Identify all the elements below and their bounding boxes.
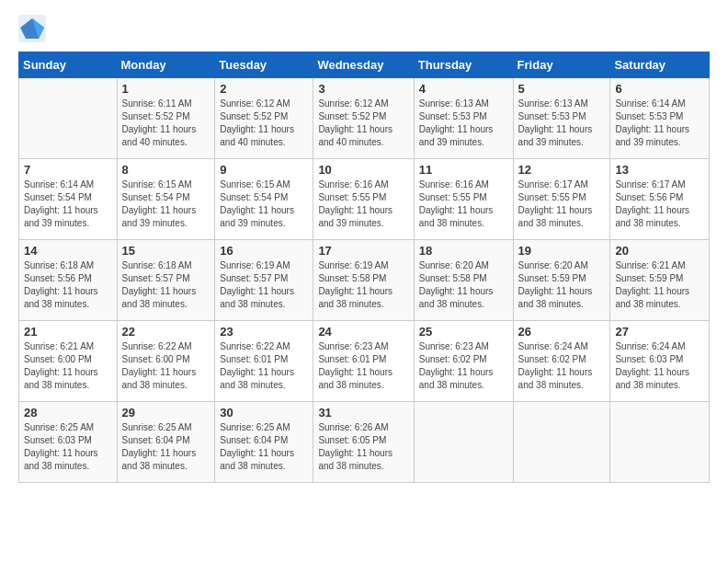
day-info: Sunrise: 6:22 AM Sunset: 6:01 PM Dayligh… (220, 340, 308, 392)
weekday-header-saturday: Saturday (610, 52, 710, 78)
day-number: 20 (615, 244, 704, 258)
day-cell: 16Sunrise: 6:19 AM Sunset: 5:57 PM Dayli… (215, 240, 313, 321)
weekday-header-thursday: Thursday (414, 52, 513, 78)
day-info: Sunrise: 6:24 AM Sunset: 6:03 PM Dayligh… (615, 340, 704, 392)
day-cell: 21Sunrise: 6:21 AM Sunset: 6:00 PM Dayli… (19, 321, 118, 402)
day-number: 10 (318, 163, 408, 177)
day-number: 7 (24, 163, 112, 177)
day-cell: 11Sunrise: 6:16 AM Sunset: 5:55 PM Dayli… (414, 159, 513, 240)
day-number: 15 (122, 244, 210, 258)
week-row-2: 7Sunrise: 6:14 AM Sunset: 5:54 PM Daylig… (19, 159, 710, 240)
day-number: 11 (419, 163, 508, 177)
day-info: Sunrise: 6:13 AM Sunset: 5:53 PM Dayligh… (419, 98, 508, 149)
day-cell: 3Sunrise: 6:12 AM Sunset: 5:52 PM Daylig… (313, 78, 414, 159)
day-info: Sunrise: 6:24 AM Sunset: 6:02 PM Dayligh… (518, 340, 606, 392)
day-info: Sunrise: 6:20 AM Sunset: 5:59 PM Dayligh… (518, 259, 606, 311)
day-number: 3 (318, 82, 408, 96)
day-number: 18 (419, 244, 508, 258)
day-info: Sunrise: 6:25 AM Sunset: 6:04 PM Dayligh… (122, 421, 210, 473)
day-info: Sunrise: 6:12 AM Sunset: 5:52 PM Dayligh… (220, 98, 308, 149)
weekday-header-sunday: Sunday (19, 52, 118, 78)
day-number: 19 (518, 244, 606, 258)
day-cell: 27Sunrise: 6:24 AM Sunset: 6:03 PM Dayli… (610, 321, 710, 402)
day-info: Sunrise: 6:15 AM Sunset: 5:54 PM Dayligh… (122, 178, 210, 230)
day-number: 22 (122, 325, 210, 339)
day-number: 27 (615, 325, 704, 339)
day-cell: 18Sunrise: 6:20 AM Sunset: 5:58 PM Dayli… (414, 240, 513, 321)
day-number: 17 (318, 244, 408, 258)
day-info: Sunrise: 6:19 AM Sunset: 5:57 PM Dayligh… (220, 259, 308, 311)
day-number: 1 (122, 82, 210, 96)
day-number: 29 (122, 406, 210, 419)
day-number: 21 (24, 325, 112, 339)
day-cell: 12Sunrise: 6:17 AM Sunset: 5:55 PM Dayli… (513, 159, 610, 240)
week-row-5: 28Sunrise: 6:25 AM Sunset: 6:03 PM Dayli… (19, 402, 710, 483)
day-info: Sunrise: 6:19 AM Sunset: 5:58 PM Dayligh… (318, 259, 408, 311)
day-number: 24 (318, 325, 408, 339)
calendar: SundayMondayTuesdayWednesdayThursdayFrid… (18, 52, 710, 483)
day-number: 2 (220, 82, 308, 96)
day-number: 28 (24, 406, 112, 419)
day-number: 25 (419, 325, 508, 339)
week-row-3: 14Sunrise: 6:18 AM Sunset: 5:56 PM Dayli… (19, 240, 710, 321)
day-info: Sunrise: 6:15 AM Sunset: 5:54 PM Dayligh… (220, 178, 308, 230)
day-cell (513, 402, 610, 483)
day-cell: 6Sunrise: 6:14 AM Sunset: 5:53 PM Daylig… (610, 78, 710, 159)
day-cell: 26Sunrise: 6:24 AM Sunset: 6:02 PM Dayli… (513, 321, 610, 402)
day-number: 13 (615, 163, 704, 177)
logo-icon (18, 15, 46, 42)
day-cell: 8Sunrise: 6:15 AM Sunset: 5:54 PM Daylig… (117, 159, 215, 240)
day-info: Sunrise: 6:13 AM Sunset: 5:53 PM Dayligh… (518, 98, 606, 149)
day-info: Sunrise: 6:16 AM Sunset: 5:55 PM Dayligh… (318, 178, 408, 230)
day-cell: 7Sunrise: 6:14 AM Sunset: 5:54 PM Daylig… (19, 159, 118, 240)
week-row-1: 1Sunrise: 6:11 AM Sunset: 5:52 PM Daylig… (19, 78, 710, 159)
day-info: Sunrise: 6:25 AM Sunset: 6:03 PM Dayligh… (24, 421, 112, 473)
day-cell: 15Sunrise: 6:18 AM Sunset: 5:57 PM Dayli… (117, 240, 215, 321)
day-info: Sunrise: 6:18 AM Sunset: 5:56 PM Dayligh… (24, 259, 112, 311)
day-number: 16 (220, 244, 308, 258)
day-info: Sunrise: 6:21 AM Sunset: 6:00 PM Dayligh… (24, 340, 112, 392)
day-number: 8 (122, 163, 210, 177)
day-info: Sunrise: 6:14 AM Sunset: 5:54 PM Dayligh… (24, 178, 112, 230)
day-cell (414, 402, 513, 483)
day-cell: 23Sunrise: 6:22 AM Sunset: 6:01 PM Dayli… (215, 321, 313, 402)
day-cell: 4Sunrise: 6:13 AM Sunset: 5:53 PM Daylig… (414, 78, 513, 159)
day-cell: 10Sunrise: 6:16 AM Sunset: 5:55 PM Dayli… (313, 159, 414, 240)
day-info: Sunrise: 6:11 AM Sunset: 5:52 PM Dayligh… (122, 98, 210, 149)
day-info: Sunrise: 6:16 AM Sunset: 5:55 PM Dayligh… (419, 178, 508, 230)
weekday-header-row: SundayMondayTuesdayWednesdayThursdayFrid… (19, 52, 710, 78)
day-info: Sunrise: 6:17 AM Sunset: 5:55 PM Dayligh… (518, 178, 606, 230)
day-cell: 14Sunrise: 6:18 AM Sunset: 5:56 PM Dayli… (19, 240, 118, 321)
day-info: Sunrise: 6:14 AM Sunset: 5:53 PM Dayligh… (615, 98, 704, 149)
weekday-header-tuesday: Tuesday (215, 52, 313, 78)
day-info: Sunrise: 6:23 AM Sunset: 6:01 PM Dayligh… (318, 340, 408, 392)
page: SundayMondayTuesdayWednesdayThursdayFrid… (0, 0, 728, 563)
weekday-header-monday: Monday (117, 52, 215, 78)
day-number: 12 (518, 163, 606, 177)
day-info: Sunrise: 6:17 AM Sunset: 5:56 PM Dayligh… (615, 178, 704, 230)
day-info: Sunrise: 6:25 AM Sunset: 6:04 PM Dayligh… (220, 421, 308, 473)
day-cell: 2Sunrise: 6:12 AM Sunset: 5:52 PM Daylig… (215, 78, 313, 159)
day-info: Sunrise: 6:12 AM Sunset: 5:52 PM Dayligh… (318, 98, 408, 149)
day-number: 31 (318, 406, 408, 419)
day-number: 14 (24, 244, 112, 258)
day-info: Sunrise: 6:18 AM Sunset: 5:57 PM Dayligh… (122, 259, 210, 311)
day-info: Sunrise: 6:26 AM Sunset: 6:05 PM Dayligh… (318, 421, 408, 473)
header (18, 15, 710, 42)
day-cell: 25Sunrise: 6:23 AM Sunset: 6:02 PM Dayli… (414, 321, 513, 402)
weekday-header-wednesday: Wednesday (313, 52, 414, 78)
day-cell: 9Sunrise: 6:15 AM Sunset: 5:54 PM Daylig… (215, 159, 313, 240)
weekday-header-friday: Friday (513, 52, 610, 78)
day-cell (610, 402, 710, 483)
day-info: Sunrise: 6:21 AM Sunset: 5:59 PM Dayligh… (615, 259, 704, 311)
day-cell: 29Sunrise: 6:25 AM Sunset: 6:04 PM Dayli… (117, 402, 215, 483)
week-row-4: 21Sunrise: 6:21 AM Sunset: 6:00 PM Dayli… (19, 321, 710, 402)
day-cell: 13Sunrise: 6:17 AM Sunset: 5:56 PM Dayli… (610, 159, 710, 240)
day-cell: 17Sunrise: 6:19 AM Sunset: 5:58 PM Dayli… (313, 240, 414, 321)
day-info: Sunrise: 6:20 AM Sunset: 5:58 PM Dayligh… (419, 259, 508, 311)
day-cell: 22Sunrise: 6:22 AM Sunset: 6:00 PM Dayli… (117, 321, 215, 402)
day-cell: 20Sunrise: 6:21 AM Sunset: 5:59 PM Dayli… (610, 240, 710, 321)
day-number: 30 (220, 406, 308, 419)
logo (18, 15, 50, 42)
day-number: 26 (518, 325, 606, 339)
